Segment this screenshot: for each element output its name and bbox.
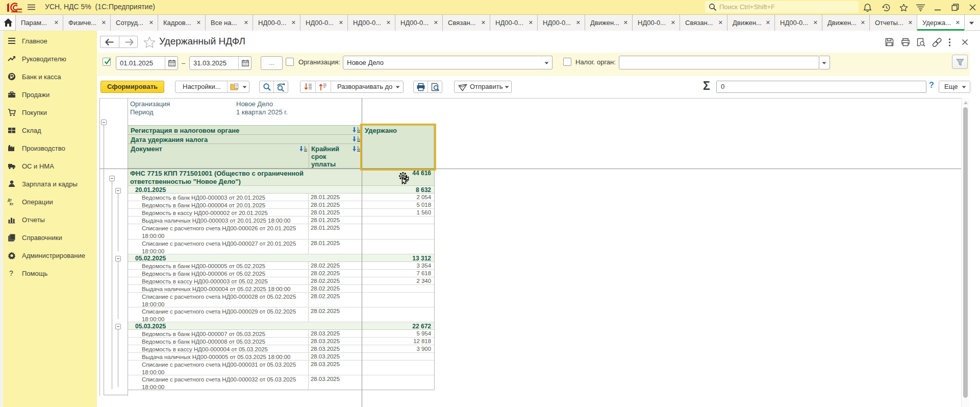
svg-text:Кт: Кт xyxy=(10,202,13,206)
svg-text:?: ? xyxy=(9,269,13,277)
